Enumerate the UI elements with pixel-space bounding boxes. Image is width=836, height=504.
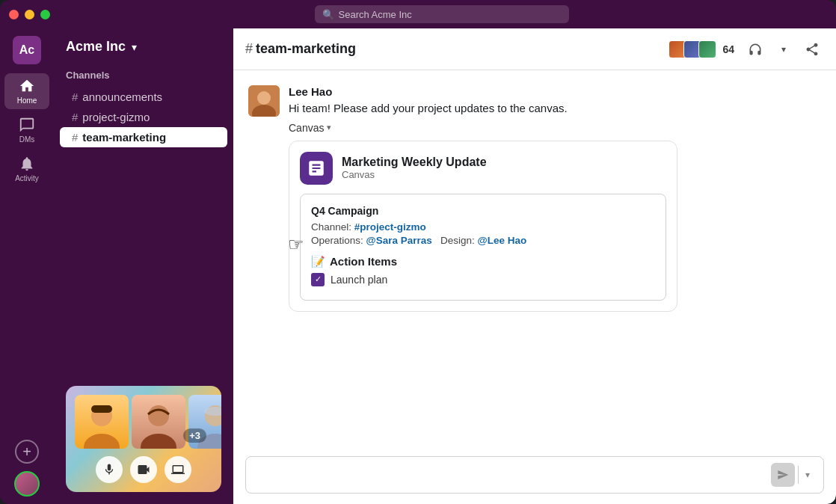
workspace-avatar[interactable]: Ac: [13, 36, 41, 64]
svg-point-4: [141, 434, 176, 449]
message-author-avatar: [248, 85, 280, 117]
add-workspace-button[interactable]: +: [15, 440, 39, 464]
send-button[interactable]: [771, 463, 795, 487]
message-input-field[interactable]: [253, 469, 765, 482]
workspace-header[interactable]: Acme Inc ▾: [54, 39, 233, 67]
activity-label: Activity: [15, 174, 39, 182]
huddle-screen-button[interactable]: [165, 456, 191, 483]
sidebar: Acme Inc ▾ Channels # announcements # pr…: [54, 28, 233, 504]
workspace-name: Acme Inc: [66, 39, 126, 55]
canvas-inner-title: Q4 Campaign: [311, 205, 655, 217]
channel-title-text: team-marketing: [256, 41, 356, 57]
canvas-ops-field: Operations: @Sara Parras Design: @Lee Ha…: [311, 235, 655, 246]
canvas-link-arrow-icon: ▾: [327, 123, 331, 132]
huddle-avatar-2: [132, 395, 185, 449]
canvas-ops-link[interactable]: @Sara Parras: [366, 235, 432, 246]
huddle-video-button[interactable]: [130, 456, 157, 483]
huddle-card: +3: [66, 386, 221, 492]
hash-icon: #: [72, 111, 78, 123]
channel-name: announcements: [82, 90, 162, 103]
channel-item-announcements[interactable]: # announcements: [60, 87, 227, 107]
activity-icon: [19, 156, 35, 172]
chat-header: # team-marketing 64 ▾: [233, 28, 836, 70]
hash-icon: #: [72, 90, 78, 103]
canvas-action-items-title: 📝 Action Items: [311, 255, 655, 268]
canvas-link[interactable]: Canvas ▾: [289, 122, 331, 134]
global-search[interactable]: 🔍 Search Acme Inc: [315, 5, 569, 23]
headphone-button[interactable]: [743, 37, 767, 61]
canvas-card-header: Marketing Weekly Update Canvas: [300, 152, 666, 185]
channel-item-team-marketing[interactable]: # team-marketing: [60, 127, 227, 147]
huddle-controls: [75, 456, 212, 483]
member-count: 64: [722, 43, 734, 55]
message-author-name: Lee Hao: [289, 85, 821, 98]
canvas-card-subtitle: Canvas: [342, 169, 487, 180]
send-chevron-icon[interactable]: ▾: [798, 466, 816, 484]
titlebar: 🔍 Search Acme Inc: [0, 0, 836, 28]
maximize-button[interactable]: [40, 10, 50, 19]
share-button[interactable]: [800, 37, 824, 61]
headphone-chevron[interactable]: ▾: [772, 37, 796, 61]
canvas-channel-field: Channel: #project-gizmo: [311, 221, 655, 233]
svg-point-1: [84, 434, 120, 449]
home-icon: [19, 78, 35, 94]
canvas-design-link[interactable]: @Lee Hao: [478, 235, 527, 246]
canvas-card: Marketing Weekly Update Canvas Q4 Campai…: [289, 141, 677, 312]
canvas-inner-content: Q4 Campaign Channel: #project-gizmo Oper…: [300, 194, 666, 301]
canvas-card-info: Marketing Weekly Update Canvas: [342, 156, 487, 180]
header-actions: ▾: [743, 37, 824, 61]
canvas-label: Canvas: [289, 122, 324, 134]
svg-point-9: [257, 91, 271, 105]
svg-rect-2: [91, 405, 112, 413]
home-label: Home: [17, 96, 37, 105]
chat-title: # team-marketing: [245, 41, 356, 57]
huddle-mic-button[interactable]: [96, 456, 123, 483]
huddle-avatar-1: [75, 395, 129, 449]
message-text: Hi team! Please add your project updates…: [289, 100, 821, 117]
checklist-item-text: Launch plan: [331, 274, 387, 286]
message-input-box[interactable]: ▾: [245, 456, 824, 494]
dms-label: DMs: [19, 135, 35, 144]
channels-section-label: Channels: [54, 67, 233, 87]
canvas-app-icon: [300, 152, 333, 185]
header-avatars: 64: [669, 40, 734, 58]
minimize-button[interactable]: [25, 10, 34, 19]
channel-hash-icon: #: [245, 41, 253, 57]
icon-rail: Ac Home DMs Activity +: [0, 28, 54, 504]
app-body: Ac Home DMs Activity + Acme Inc: [0, 28, 836, 504]
dm-icon: [19, 117, 35, 133]
member-avatar-stack: [669, 40, 716, 58]
checkbox-checked-icon: ✓: [311, 273, 325, 286]
huddle-count-badge: +3: [183, 428, 206, 443]
svg-point-3: [148, 405, 169, 426]
channel-name: team-marketing: [82, 131, 166, 144]
sidebar-item-dms[interactable]: DMs: [4, 112, 49, 148]
chat-input-area: ▾: [233, 449, 836, 504]
canvas-channel-link[interactable]: #project-gizmo: [354, 221, 426, 233]
channel-item-project-gizmo[interactable]: # project-gizmo: [60, 107, 227, 127]
canvas-card-title: Marketing Weekly Update: [342, 156, 487, 169]
search-icon: 🔍: [322, 9, 334, 20]
hash-icon: #: [72, 131, 78, 144]
message-input[interactable]: [253, 469, 765, 482]
member-avatar-3: [698, 40, 716, 58]
message-content: Lee Hao Hi team! Please add your project…: [289, 85, 821, 312]
search-placeholder-text: Search Acme Inc: [339, 9, 412, 20]
canvas-checklist-item: ✓ Launch plan: [311, 273, 655, 286]
chat-messages: Lee Hao Hi team! Please add your project…: [233, 70, 836, 449]
sidebar-item-home[interactable]: Home: [4, 73, 49, 109]
user-avatar[interactable]: [14, 471, 40, 497]
message-group: Lee Hao Hi team! Please add your project…: [248, 85, 821, 312]
chat-area: # team-marketing 64 ▾: [233, 28, 836, 504]
channel-name: project-gizmo: [82, 111, 150, 123]
notepad-icon: 📝: [311, 255, 325, 268]
workspace-chevron-icon: ▾: [132, 41, 137, 53]
close-button[interactable]: [9, 10, 19, 19]
sidebar-item-activity[interactable]: Activity: [4, 151, 49, 187]
